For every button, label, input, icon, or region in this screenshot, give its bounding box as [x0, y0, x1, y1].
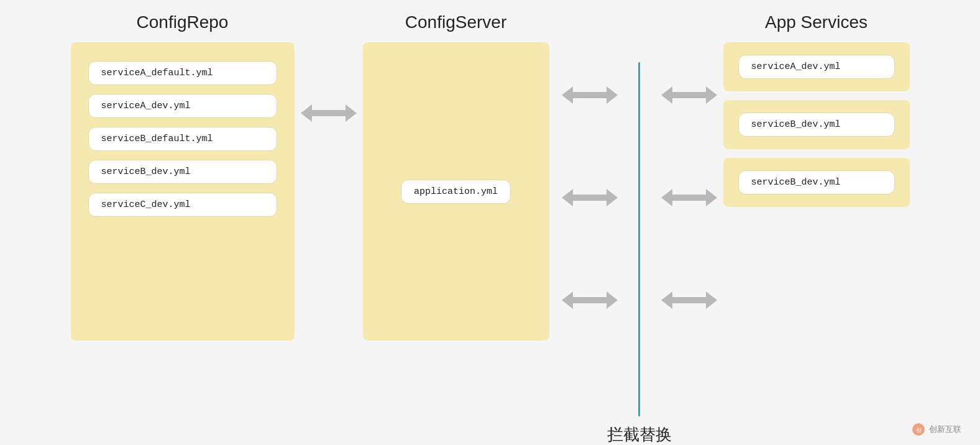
- configserver-title: ConfigServer: [405, 12, 506, 32]
- file-item: serviceB_dev.yml: [738, 112, 895, 137]
- svg-text:创: 创: [916, 427, 922, 433]
- watermark-text: 创新互联: [929, 424, 961, 435]
- double-arrow-bot-right: [661, 287, 717, 314]
- configrepo-box: serviceA_default.yml serviceA_dev.yml se…: [71, 42, 295, 341]
- arrow-left-middle: [295, 62, 363, 127]
- svg-marker-6: [661, 291, 717, 309]
- svg-marker-3: [562, 291, 618, 309]
- svg-marker-4: [661, 86, 717, 104]
- intercept-label: 拦截替换: [607, 424, 672, 445]
- arrows-between: [562, 12, 618, 333]
- appservice-group-3: serviceB_dev.yml: [723, 158, 910, 207]
- file-item: serviceC_dev.yml: [88, 193, 277, 217]
- configserver-column: ConfigServer application.yml: [363, 12, 549, 341]
- double-arrow-left: [301, 99, 357, 127]
- svg-marker-1: [562, 86, 618, 104]
- watermark-icon: 创: [912, 423, 925, 436]
- configrepo-title: ConfigRepo: [137, 12, 229, 32]
- right-section: 拦截替换 App Services serviceA_dev.yml: [549, 12, 910, 445]
- watermark: 创 创新互联: [912, 423, 961, 436]
- double-arrow-mid-left: [562, 184, 618, 211]
- configserver-box: application.yml: [363, 42, 549, 341]
- file-item: serviceB_dev.yml: [88, 160, 277, 184]
- svg-marker-5: [661, 189, 717, 206]
- file-item: serviceA_dev.yml: [738, 55, 895, 79]
- blue-vertical-line: [638, 62, 640, 416]
- diagram-wrapper: ConfigRepo serviceA_default.yml serviceA…: [25, 12, 955, 433]
- appservice-group-2: serviceB_dev.yml: [723, 100, 910, 149]
- double-arrow-top-right: [661, 81, 717, 109]
- file-item: application.yml: [401, 180, 511, 204]
- configrepo-column: ConfigRepo serviceA_default.yml serviceA…: [71, 12, 295, 341]
- file-item: serviceA_default.yml: [88, 61, 277, 85]
- file-item: serviceA_dev.yml: [88, 94, 277, 118]
- double-arrow-top-left: [562, 81, 618, 109]
- columns-row: ConfigRepo serviceA_default.yml serviceA…: [25, 12, 955, 445]
- file-item: serviceB_default.yml: [88, 127, 277, 151]
- appservice-group-1: serviceA_dev.yml: [723, 42, 910, 91]
- double-arrow-bot-left: [562, 287, 618, 314]
- blue-line-col: 拦截替换: [624, 62, 655, 445]
- file-item: serviceB_dev.yml: [738, 170, 895, 195]
- appservices-title: App Services: [723, 12, 910, 32]
- svg-marker-2: [562, 189, 618, 206]
- arrows-right: [661, 12, 717, 333]
- double-arrow-mid-right: [661, 184, 717, 211]
- appservices-column: App Services serviceA_dev.yml serviceB_d…: [723, 12, 910, 216]
- svg-marker-0: [301, 104, 357, 122]
